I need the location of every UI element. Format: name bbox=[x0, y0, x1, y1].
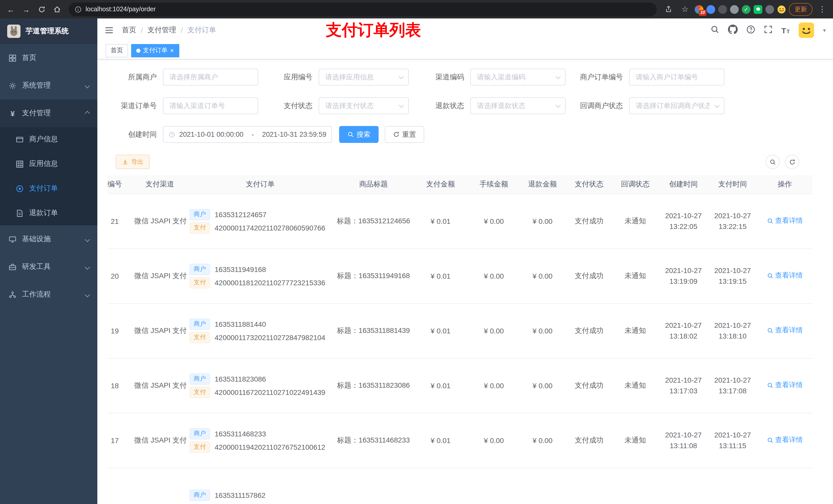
caret-down-icon[interactable]: ▾ bbox=[823, 27, 826, 33]
home-icon[interactable] bbox=[50, 3, 64, 16]
tab-home[interactable]: 首页 bbox=[105, 44, 128, 57]
pay-amount: ¥ 0.01 bbox=[431, 436, 451, 444]
pay-channel: 微信 JSAPI 支付 bbox=[134, 381, 187, 389]
orders-table: 编号 支付渠道 支付订单 商品标题 支付金额 手续金额 退款金额 支付状态 回调… bbox=[108, 175, 823, 504]
fullscreen-icon[interactable] bbox=[764, 25, 772, 35]
font-size-icon[interactable]: TT bbox=[781, 26, 790, 34]
date-text: 13:17:03 bbox=[659, 385, 708, 396]
view-detail-link[interactable]: 查看详情 bbox=[767, 216, 803, 225]
filter-label: 退款状态 bbox=[424, 101, 470, 111]
browser-update-button[interactable]: 更新 bbox=[789, 3, 812, 16]
refund-amount: ¥ 0.00 bbox=[532, 272, 552, 280]
notify-status: 未通知 bbox=[624, 436, 646, 444]
channel-order-no-input[interactable] bbox=[163, 97, 258, 114]
address-bar[interactable]: localhost:1024/pay/order bbox=[69, 2, 657, 16]
extension-icon[interactable]: 10 bbox=[695, 5, 704, 14]
cell-amount bbox=[412, 467, 469, 504]
check-extension-icon[interactable]: ✓ bbox=[742, 5, 751, 14]
channel-code-select[interactable] bbox=[470, 69, 566, 86]
reload-icon[interactable] bbox=[35, 3, 48, 16]
chat-extension-icon[interactable] bbox=[754, 5, 762, 14]
col-id: 编号 bbox=[108, 175, 134, 194]
reset-button-label: 重置 bbox=[402, 130, 416, 139]
search-button[interactable]: 搜索 bbox=[339, 126, 379, 143]
sidebar-item-home[interactable]: 首页 bbox=[0, 44, 97, 72]
pay-status: 支付成功 bbox=[575, 326, 603, 334]
share-icon[interactable] bbox=[662, 3, 675, 16]
breadcrumb-home[interactable]: 首页 bbox=[122, 26, 136, 35]
sidebar-item-pay-order[interactable]: 支付订单 bbox=[0, 176, 97, 201]
navbar-actions: TT ▾ bbox=[711, 23, 826, 38]
sidebar-item-label: 退款订单 bbox=[29, 209, 58, 218]
cell-notify: 未通知 bbox=[612, 303, 659, 358]
help-icon[interactable] bbox=[746, 25, 755, 35]
cell-notify bbox=[612, 467, 659, 504]
bookmark-star-icon[interactable]: ☆ bbox=[678, 3, 692, 16]
pay-order-no: 4200001181202110277723215336 bbox=[215, 279, 325, 287]
cell-status bbox=[567, 467, 612, 504]
sidebar-item-workflow[interactable]: 工作流程 bbox=[0, 281, 97, 308]
sidebar-item-label: 支付管理 bbox=[22, 109, 51, 118]
date-text: 13:22:05 bbox=[659, 221, 708, 232]
sidebar-item-refund-order[interactable]: 退款订单 bbox=[0, 201, 97, 225]
search-icon bbox=[767, 218, 774, 224]
notify-status-select[interactable] bbox=[629, 97, 724, 114]
extension-icon[interactable] bbox=[718, 5, 727, 14]
date-start: 2021-10-01 00:00:00 bbox=[179, 130, 244, 138]
sidebar-item-merchant-info[interactable]: 商户信息 bbox=[0, 127, 97, 152]
browser-menu-icon[interactable]: ⋮ bbox=[815, 3, 829, 16]
extension-icon[interactable] bbox=[707, 5, 715, 14]
forward-icon[interactable]: → bbox=[20, 3, 33, 16]
cell-title: 标题：1635311949168 bbox=[335, 248, 412, 303]
extension-icon[interactable] bbox=[730, 5, 739, 14]
reset-button[interactable]: 重置 bbox=[385, 126, 424, 143]
date-text: 13:22:15 bbox=[708, 221, 757, 232]
dashboard-icon bbox=[8, 54, 17, 62]
yen-icon: ¥ bbox=[8, 109, 17, 118]
sidebar-item-payment[interactable]: ¥ 支付管理 bbox=[0, 99, 97, 127]
download-icon bbox=[122, 159, 128, 165]
search-icon[interactable] bbox=[711, 25, 719, 35]
table-row: 19微信 JSAPI 支付商户1635311881440支付4200001173… bbox=[108, 303, 812, 358]
date-end: 2021-10-31 23:59:59 bbox=[262, 130, 326, 138]
view-detail-link[interactable]: 查看详情 bbox=[767, 381, 803, 390]
cell-fee bbox=[469, 467, 519, 504]
product-title: 标题：1635311823086 bbox=[337, 381, 410, 389]
tab-label: 支付订单 bbox=[143, 46, 168, 55]
app-id-select[interactable] bbox=[319, 69, 409, 86]
merchant-order-no: 1635311823086 bbox=[215, 375, 266, 383]
view-detail-link[interactable]: 查看详情 bbox=[767, 271, 803, 281]
browser-profile-avatar[interactable] bbox=[777, 5, 786, 14]
refund-status-select[interactable] bbox=[470, 97, 566, 114]
toggle-search-button[interactable] bbox=[765, 155, 780, 169]
export-button[interactable]: 导出 bbox=[116, 155, 149, 169]
avatar[interactable] bbox=[799, 23, 814, 38]
puzzle-extension-icon[interactable] bbox=[765, 5, 774, 14]
cell-id: 18 bbox=[108, 358, 134, 413]
view-detail-link[interactable]: 查看详情 bbox=[767, 326, 803, 335]
github-icon[interactable] bbox=[728, 24, 738, 36]
cell-fee: ¥ 0.00 bbox=[469, 303, 519, 358]
date-range-input[interactable]: 2021-10-01 00:00:00 - 2021-10-31 23:59:5… bbox=[163, 126, 332, 143]
sidebar-item-system[interactable]: 系统管理 bbox=[0, 72, 97, 99]
cell-action bbox=[757, 467, 812, 504]
cell-notify: 未通知 bbox=[612, 194, 659, 248]
refresh-table-button[interactable] bbox=[785, 155, 799, 169]
filter-label: 支付状态 bbox=[266, 101, 319, 111]
sidebar-item-dev-tools[interactable]: 研发工具 bbox=[0, 253, 97, 281]
collapse-sidebar-icon[interactable] bbox=[104, 26, 114, 35]
fee-amount: ¥ 0.00 bbox=[484, 272, 504, 280]
back-icon[interactable]: ← bbox=[4, 3, 18, 16]
sidebar-item-app-info[interactable]: 应用信息 bbox=[0, 152, 97, 176]
pay-status-select[interactable] bbox=[319, 97, 409, 114]
breadcrumb-pay-mgmt[interactable]: 支付管理 bbox=[147, 26, 176, 35]
view-detail-link[interactable]: 查看详情 bbox=[767, 436, 803, 445]
tab-pay-order[interactable]: 支付订单 × bbox=[131, 44, 179, 57]
close-icon[interactable]: × bbox=[170, 47, 174, 54]
clock-icon bbox=[169, 131, 175, 138]
pay-tag: 支付 bbox=[190, 332, 210, 343]
sidebar-item-infra[interactable]: 基础设施 bbox=[0, 225, 97, 253]
merchant-select[interactable] bbox=[163, 69, 258, 86]
merchant-order-no-input[interactable] bbox=[629, 69, 724, 86]
pay-channel: 微信 JSAPI 支付 bbox=[134, 436, 187, 444]
